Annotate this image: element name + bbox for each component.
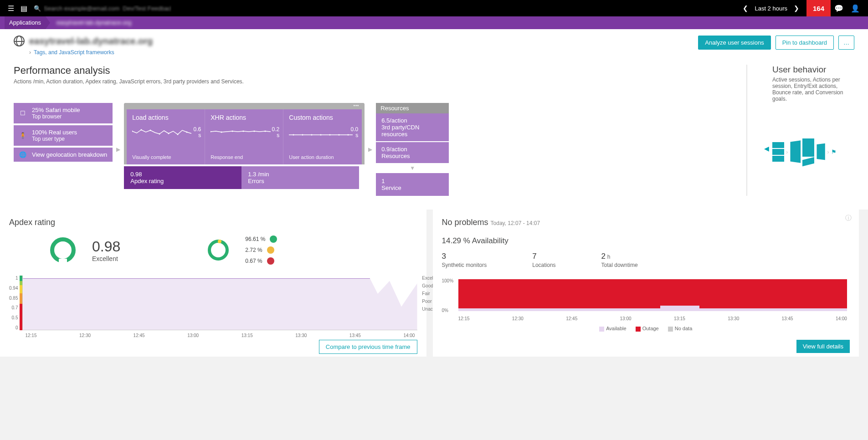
perf-title: Performance analysis (14, 65, 721, 77)
breadcrumb-root[interactable]: Applications (5, 16, 46, 29)
app-title: easytravel-lab.dynatrace.org (29, 36, 153, 46)
monitors-label: Synthetic monitors (442, 262, 487, 268)
flag-icon: ⚑ (831, 148, 837, 155)
problems-badge[interactable]: 164 (806, 0, 831, 16)
third-party-label: 3rd party/CDN resources (381, 124, 443, 138)
user-behavior-subtitle: Active sessions, Actions per session, En… (772, 77, 854, 102)
custom-actions-card[interactable]: Custom actions 0.0s User action duration (283, 109, 362, 164)
errors-value: 1.3 /min (248, 171, 353, 178)
errors-label: Errors (248, 178, 353, 184)
svg-point-10 (243, 131, 244, 132)
resources-label: Resources (381, 153, 443, 159)
breadcrumb-bar: Applications easytravel-lab.dynatrace.or… (0, 16, 868, 29)
compare-button[interactable]: Compare to previous time frame (319, 340, 417, 354)
globe-icon (14, 36, 25, 46)
top-browser-card[interactable]: ☐ 25% Safari mobile Top browser (14, 103, 113, 123)
search-input[interactable] (44, 5, 171, 12)
user-behavior-section: User behavior Active sessions, Actions p… (772, 65, 854, 196)
browser-frame: Load actions 0.6s Visually complete XHR … (124, 103, 365, 164)
tags-link-label: Tags, and JavaScript frameworks (34, 49, 114, 56)
locations-value: 7 (532, 252, 555, 261)
xhr-title: XHR actions (211, 114, 277, 121)
svg-point-14 (302, 134, 303, 136)
svg-point-3 (159, 133, 160, 135)
info-icon[interactable]: ⓘ (845, 214, 852, 222)
analyze-sessions-button[interactable]: Analyze user sessions (698, 36, 770, 50)
custom-sparkline (289, 126, 353, 137)
legend-frustrated: 0.67 % (245, 258, 262, 264)
legend-available: Available (606, 326, 626, 331)
avail-ytick-bottom: 0% (442, 308, 448, 313)
load-sparkline (132, 126, 196, 137)
monitors-value: 3 (442, 252, 487, 261)
load-actions-card[interactable]: Load actions 0.6s Visually complete (127, 109, 205, 164)
load-footer: Visually complete (132, 154, 199, 160)
face-happy-icon (270, 235, 277, 243)
pin-dashboard-button[interactable]: Pin to dashboard (776, 36, 834, 50)
svg-point-17 (329, 134, 331, 136)
view-full-details-button[interactable]: View full details (796, 340, 850, 353)
top-bar: ☰ ▤ 🔍 ❮ Last 2 hours ❯ 164 💬 👤 (0, 0, 868, 16)
chevron-right-icon: › (29, 49, 31, 56)
problems-time-window: Today, 12:07 - 14:07 (491, 220, 540, 226)
user-behavior-funnel[interactable]: ◀ › › ⚑ (772, 138, 854, 165)
top-browser-label: Top browser (32, 113, 107, 120)
apdex-card-label: Apdex rating (130, 178, 235, 184)
problems-title: No problems Today, 12:07 - 14:07 (442, 218, 850, 227)
top-browser-value: 25% Safari mobile (32, 107, 107, 113)
apdex-value: 0.98 (92, 238, 120, 255)
page-header: easytravel-lab.dynatrace.org › Tags, and… (14, 36, 854, 56)
xhr-sparkline (211, 126, 274, 137)
third-party-value: 6.5/action (381, 117, 443, 124)
legend-outage: Outage (642, 326, 659, 331)
more-button[interactable]: … (838, 36, 854, 50)
apdex-legend: 96.61 % 2.72 % 0.67 % (245, 235, 277, 265)
chevron-down-icon: ▼ (376, 163, 449, 173)
timeframe-selector[interactable]: ❮ Last 2 hours ❯ (740, 5, 802, 12)
errors-card[interactable]: 1.3 /min Errors (241, 166, 359, 189)
xhr-value: 0.2 (272, 126, 280, 133)
apdex-donut (50, 237, 76, 263)
resources-card[interactable]: 0.9/action Resources (376, 142, 449, 163)
svg-point-11 (254, 131, 255, 132)
menu-icon[interactable]: ☰ (5, 4, 17, 13)
chevron-left-icon[interactable]: ❮ (740, 5, 751, 12)
geolocation-card[interactable]: 🌐 View geolocation breakdown (14, 148, 113, 162)
chat-icon[interactable]: 💬 (831, 4, 847, 13)
dashboard-icon[interactable]: ▤ (17, 4, 30, 13)
svg-point-12 (265, 131, 266, 132)
search-icon[interactable]: 🔍 (34, 5, 41, 12)
avail-ytick-top: 100% (442, 278, 454, 283)
apdex-card[interactable]: 0.98 Apdex rating (124, 166, 241, 189)
perf-subtitle: Actions /min, Action duration, Apdex rat… (14, 78, 721, 85)
legend-tolerating: 2.72 % (245, 247, 262, 253)
service-label: Service (381, 184, 443, 191)
user-icon[interactable]: 👤 (847, 4, 863, 13)
third-party-card[interactable]: 6.5/action 3rd party/CDN resources (376, 113, 449, 141)
chevron-left-icon[interactable]: ◀ (764, 145, 769, 152)
face-sad-icon (267, 257, 274, 265)
top-user-value: 100% Real users (32, 129, 107, 136)
downtime-unit: h (607, 254, 611, 260)
xhr-actions-card[interactable]: XHR actions 0.2s Response end (205, 109, 283, 164)
tags-link[interactable]: › Tags, and JavaScript frameworks (29, 49, 153, 56)
breadcrumb-current[interactable]: easytravel-lab.dynatrace.org (52, 16, 136, 29)
user-behavior-title: User behavior (772, 65, 854, 75)
downtime-value: 2 (601, 252, 606, 261)
apdex-label: Excellent (92, 255, 120, 262)
svg-point-1 (141, 129, 142, 131)
service-card[interactable]: 1 Service (376, 173, 449, 196)
top-user-label: Top user type (32, 136, 107, 142)
custom-value: 0.0 (351, 126, 359, 133)
chevron-right-icon[interactable]: ❯ (791, 5, 802, 12)
apdex-chart: 10.940.850.70.50 12:1512:3012:4513:0013:… (9, 276, 417, 348)
svg-point-15 (311, 134, 313, 136)
resources-header: Resources (376, 103, 449, 113)
availability-chart: 100% 0% 12:1512:3012:4513:0013:1513:3013… (442, 279, 850, 320)
svg-point-9 (232, 131, 233, 132)
problems-panel: ⓘ No problems Today, 12:07 - 14:07 14.29… (433, 210, 859, 357)
flow-arrow-icon: ▶ (115, 146, 121, 153)
face-neutral-icon (267, 246, 274, 254)
page-content: easytravel-lab.dynatrace.org › Tags, and… (0, 29, 868, 210)
top-user-type-card[interactable]: 🧍 100% Real users Top user type (14, 125, 113, 146)
